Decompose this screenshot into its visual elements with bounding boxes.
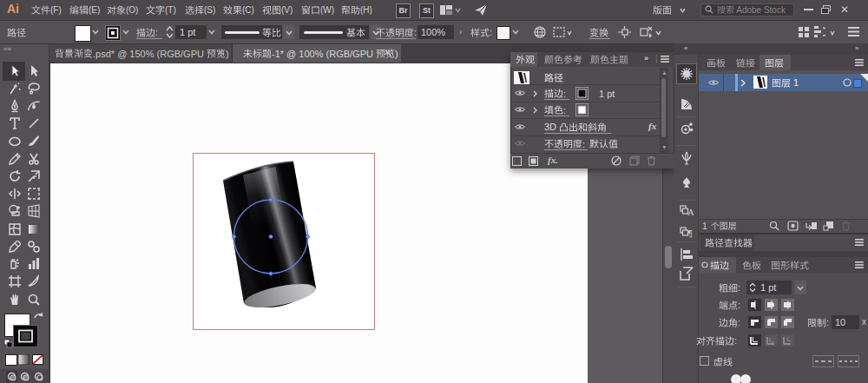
svg-text:¶: ¶ [688, 229, 693, 239]
svg-text:A: A [687, 207, 694, 217]
